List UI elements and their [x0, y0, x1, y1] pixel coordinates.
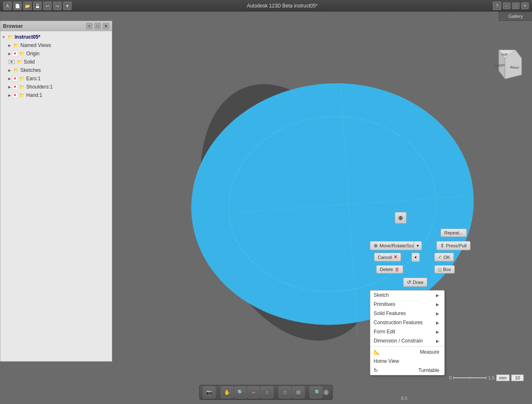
display-mode-button[interactable]: □ — [279, 387, 291, 398]
cm-solid-features[interactable]: Solid Features ▶ — [370, 309, 444, 318]
new-button[interactable]: 📄 — [13, 2, 22, 10]
bottom-sep-2 — [276, 386, 276, 399]
scale-value-0: 0 — [449, 375, 451, 380]
hand-vis-icon[interactable]: ✕ — [12, 92, 18, 98]
cm-sketch-arrow: ▶ — [436, 293, 439, 298]
cm-solid-features-label: Solid Features — [374, 310, 406, 316]
hand-icon: 📁 — [19, 92, 25, 99]
cm-measure-label: Measure — [420, 349, 439, 355]
cm-primitives[interactable]: Primitives ▶ — [370, 300, 444, 309]
app-title: Autodesk 123D Beta instruct05* — [71, 3, 493, 9]
solid-folder-icon: 📁 — [16, 59, 23, 65]
ears-icon: 📁 — [19, 75, 25, 82]
orbit-button[interactable]: ↔ — [248, 387, 260, 398]
tree-item-hand[interactable]: ▶ ✕ 📁 Hand:1 — [0, 91, 112, 99]
cm-turntable[interactable]: ↻ Turntable — [370, 366, 444, 375]
cm-solid-features-arrow: ▶ — [436, 311, 439, 316]
look-button[interactable]: ↕ — [261, 387, 273, 398]
bottom-sep-3 — [307, 386, 308, 399]
titlebar-right: ? ─ □ ✕ — [493, 2, 529, 10]
tree-item-named-views[interactable]: ▶ 📁 Named Views — [0, 41, 112, 49]
cm-form-edit-label: Form Edit — [374, 329, 395, 335]
redo-button[interactable]: ↪ — [53, 2, 62, 10]
zoom-button[interactable]: 🔍 — [234, 387, 247, 398]
repeat-label: Repeat... — [444, 230, 463, 235]
browser-header: Browser ≡ □ ✕ — [0, 21, 112, 31]
presspull-icon: ⇕ — [440, 243, 444, 249]
shoulders-vis-icon[interactable]: ✕ — [12, 84, 18, 90]
box-icon: ◻ — [438, 267, 441, 272]
gallery-tab[interactable]: Gallery — [499, 12, 532, 21]
cancel-dropdown-button[interactable]: ▼ — [411, 253, 420, 262]
expand-shoulders[interactable]: ▶ — [7, 84, 12, 89]
ok-button[interactable]: ✓ OK — [434, 253, 454, 261]
expand-ears[interactable]: ▶ — [7, 76, 12, 81]
tree-item-ears[interactable]: ▶ ✕ 📁 Ears:1 — [0, 74, 112, 83]
number-box[interactable]: 10 — [511, 374, 524, 381]
pan-button[interactable]: ✋ — [221, 387, 234, 398]
open-button[interactable]: 📂 — [23, 2, 32, 10]
repeat-button[interactable]: Repeat... — [441, 229, 467, 237]
cm-primitives-arrow: ▶ — [436, 302, 439, 307]
camera-button[interactable]: 📷 — [203, 387, 216, 398]
cm-construction-features-label: Construction Features — [374, 320, 423, 325]
ok-check-icon: ✓ — [438, 254, 442, 260]
display-mode2-button[interactable]: ⊟ — [292, 387, 305, 398]
close-button[interactable]: ✕ — [521, 2, 529, 9]
expand-root[interactable]: ▼ — [1, 34, 6, 39]
viewport[interactable]: TOP FRONT RIGHT ⊕ Repeat... ⊕ Move/Rotat… — [112, 21, 532, 383]
titlebar-left: A 📄 📂 💾 ↩ ↪ ▼ — [3, 2, 71, 10]
origin-vis-icon[interactable]: ✕ — [12, 51, 18, 57]
box-button[interactable]: ◻ Box — [434, 265, 455, 273]
expand-hand[interactable]: ▶ — [7, 93, 12, 98]
tree-item-sketches[interactable]: ▶ 📁 Sketches — [0, 66, 112, 74]
undo-button[interactable]: ↩ — [43, 2, 52, 10]
browser-tree: ▼ 📁 instruct05* ▶ 📁 Named Views ▶ ✕ 📁 Or… — [0, 31, 112, 101]
solid-label: Solid — [24, 59, 35, 65]
expand-sketches[interactable]: ▶ — [7, 68, 12, 73]
restore-button[interactable]: □ — [512, 2, 520, 9]
context-menu: Sketch ▶ Primitives ▶ Solid Features ▶ C… — [370, 290, 445, 375]
cm-primitives-label: Primitives — [374, 301, 395, 307]
scale-line-svg — [453, 375, 486, 381]
measure-icon: 📐 — [374, 349, 380, 355]
options-button[interactable]: ▼ — [63, 2, 71, 10]
delete-button[interactable]: Delete 🗑 — [376, 265, 403, 273]
cm-sketch[interactable]: Sketch ▶ — [370, 291, 444, 300]
cm-form-edit[interactable]: Form Edit ▶ — [370, 327, 444, 336]
move-icon: ⊕ — [374, 243, 378, 249]
app-menu-button[interactable]: A — [3, 2, 12, 10]
save-button[interactable]: 💾 — [33, 2, 42, 10]
delete-icon: 🗑 — [395, 267, 399, 272]
solid-vis-icon[interactable]: 👁 — [9, 60, 15, 64]
tree-item-shoulders[interactable]: ▶ ✕ 📁 Shoulders:1 — [0, 83, 112, 91]
browser-icon-1[interactable]: ≡ — [86, 23, 93, 30]
minimize-button[interactable]: ─ — [503, 2, 510, 9]
cm-home-view[interactable]: Home View — [370, 357, 444, 366]
cancel-button[interactable]: Cancel ✕ — [374, 253, 401, 261]
presspull-label: Press/Pull — [446, 243, 467, 248]
expand-named-views[interactable]: ▶ — [7, 43, 12, 48]
tree-item-solid[interactable]: 👁 📁 Solid — [0, 58, 112, 66]
viewcube[interactable]: TOP FRONT RIGHT — [486, 46, 524, 83]
draw-icon: ↺ — [407, 279, 411, 285]
cancel-label: Cancel — [378, 255, 392, 260]
ears-vis-icon[interactable]: ✕ — [12, 76, 18, 81]
viewport-svg — [112, 21, 532, 383]
press-pull-button[interactable]: ⇕ Press/Pull — [436, 241, 470, 250]
zoom-fit-button[interactable]: 🔎 — [310, 387, 323, 398]
tree-item-root[interactable]: ▼ 📁 instruct05* — [0, 33, 112, 41]
browser-icon-2[interactable]: □ — [94, 23, 101, 30]
move-dropdown-button[interactable]: ▼ — [414, 241, 422, 250]
help-icon[interactable]: ? — [493, 2, 501, 10]
browser-close-button[interactable]: ✕ — [103, 23, 109, 30]
origin-label: Origin — [26, 51, 39, 57]
cancel-x-icon: ✕ — [394, 254, 397, 260]
cm-construction-features[interactable]: Construction Features ▶ — [370, 318, 444, 327]
cm-measure[interactable]: 📐 Measure — [370, 347, 444, 357]
unit-box[interactable]: mm — [496, 374, 510, 381]
expand-origin[interactable]: ▶ — [7, 51, 12, 56]
cm-dimension-constrain[interactable]: Dimension / Constrain ▶ — [370, 336, 444, 345]
tree-item-origin[interactable]: ▶ ✕ 📁 Origin — [0, 49, 112, 58]
draw-button[interactable]: ↺ Draw — [403, 278, 427, 287]
